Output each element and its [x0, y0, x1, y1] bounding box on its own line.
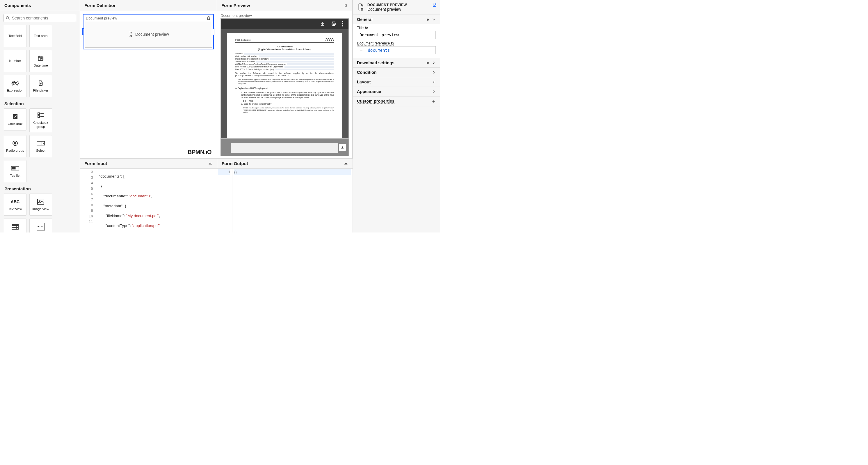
component-checkbox-group[interactable]: Checkbox group: [29, 108, 52, 132]
component-checkbox[interactable]: Checkbox: [4, 108, 27, 131]
select-icon: [37, 141, 45, 146]
collapse-down-icon[interactable]: [208, 161, 213, 166]
fx-icon[interactable]: fx: [365, 26, 368, 30]
svg-rect-10: [38, 113, 39, 114]
component-expression[interactable]: {fx} Expression: [4, 75, 27, 97]
trash-icon[interactable]: [206, 16, 211, 20]
svg-point-21: [39, 200, 40, 201]
equals-prefix: =: [357, 46, 365, 54]
section-appearance[interactable]: Appearance: [353, 87, 440, 96]
document-preview-icon: [128, 31, 133, 37]
form-preview-panel: Form Preview Document preview FOSS Decla…: [217, 0, 352, 158]
svg-point-47: [342, 25, 343, 27]
form-input-title: Form Input: [84, 161, 107, 166]
pdf-viewer: FOSS Declaration FOSS Declaration (Suppl…: [220, 18, 349, 139]
svg-rect-44: [333, 25, 335, 26]
checkbox-group-icon: [37, 112, 44, 119]
image-icon: [37, 199, 44, 205]
output-editor[interactable]: 1 {}: [217, 169, 352, 232]
properties-name: Document preview: [367, 7, 407, 12]
form-preview-title: Form Preview: [221, 3, 250, 8]
docref-input[interactable]: [365, 46, 436, 54]
search-icon: [5, 16, 10, 20]
plus-icon[interactable]: [432, 99, 436, 103]
form-definition-panel: Form Definition Document preview Documen…: [80, 0, 217, 158]
search-input[interactable]: [3, 14, 76, 22]
resize-handle-left[interactable]: [82, 28, 84, 35]
category-presentation: Presentation: [0, 184, 80, 192]
svg-point-52: [362, 9, 362, 10]
component-html-view[interactable]: HTML HTML view: [29, 219, 52, 232]
title-label: Title fx: [357, 26, 368, 30]
collapse-down-icon[interactable]: [344, 161, 348, 166]
checkbox-icon: [12, 114, 18, 119]
pdf-thumbnail: [220, 139, 349, 156]
calendar-icon: [37, 55, 44, 61]
svg-point-0: [6, 16, 9, 19]
component-date-time[interactable]: Date time: [29, 50, 52, 72]
svg-rect-12: [38, 116, 39, 118]
component-text-view[interactable]: ABC Text view: [4, 194, 27, 215]
field-placeholder: Document preview: [135, 32, 169, 37]
radio-icon: [12, 140, 18, 146]
component-file-picker[interactable]: File picker: [29, 75, 52, 97]
open-external-icon[interactable]: [432, 3, 437, 7]
preview-field-label: Document preview: [220, 13, 349, 18]
component-select[interactable]: Select: [29, 135, 52, 157]
chevron-right-icon: [432, 61, 436, 65]
section-custom[interactable]: Custom properties: [353, 96, 440, 106]
svg-point-45: [342, 21, 343, 22]
component-tag-list[interactable]: Tag list: [4, 160, 27, 182]
resize-handle-right[interactable]: [213, 28, 214, 35]
field-label: Document preview: [86, 16, 117, 20]
input-editor[interactable]: 2⌄ 3⌄ 4 5⌄ 6 7 8 9 10⌄ 11 "documents": […: [80, 169, 217, 232]
section-condition[interactable]: Condition: [353, 67, 440, 77]
selected-field[interactable]: Document preview Document preview: [83, 14, 214, 49]
docref-label: Document reference fx: [357, 41, 394, 46]
category-selection: Selection: [0, 98, 80, 107]
chevron-right-icon: [432, 70, 436, 74]
properties-type: DOCUMENT PREVIEW: [367, 3, 407, 7]
section-layout[interactable]: Layout: [353, 77, 440, 87]
component-text-area[interactable]: Text area: [29, 25, 52, 47]
svg-point-46: [342, 23, 343, 25]
table-icon: [12, 224, 19, 230]
chevron-down-icon: [432, 18, 436, 22]
svg-point-41: [131, 36, 131, 36]
abc-icon: ABC: [11, 198, 19, 205]
svg-rect-27: [12, 224, 18, 226]
section-general[interactable]: General: [353, 14, 440, 24]
component-image-view[interactable]: Image view: [29, 194, 52, 215]
section-download[interactable]: Download settings: [353, 58, 440, 67]
svg-point-15: [14, 142, 16, 144]
collapse-right-icon[interactable]: [343, 3, 348, 8]
chevron-right-icon: [432, 80, 436, 84]
component-radio-group[interactable]: Radio group: [4, 135, 27, 157]
document-preview-icon: [357, 3, 365, 12]
form-output-panel: Form Output 1 {}: [217, 159, 352, 232]
watermark: BPMN.iO: [188, 149, 212, 156]
fx-icon[interactable]: fx: [391, 41, 394, 45]
print-icon[interactable]: [331, 21, 336, 27]
more-icon[interactable]: [342, 21, 343, 27]
download-icon[interactable]: [320, 21, 325, 27]
form-input-panel: Form Input 2⌄ 3⌄ 4 5⌄ 6 7 8 9 10⌄ 11 "do…: [80, 159, 217, 232]
svg-line-1: [8, 19, 9, 20]
components-panel: Components Text field Text area Number D…: [0, 0, 80, 232]
svg-rect-20: [37, 199, 44, 204]
pdf-page: FOSS Declaration FOSS Declaration (Suppl…: [227, 33, 342, 138]
form-definition-title: Form Definition: [84, 3, 117, 8]
component-number[interactable]: Number: [4, 50, 27, 72]
properties-panel: DOCUMENT PREVIEW Document preview Genera…: [352, 0, 440, 232]
title-input[interactable]: [357, 31, 436, 39]
component-text-field[interactable]: Text field: [4, 25, 27, 47]
download-button[interactable]: [339, 143, 346, 151]
html-icon: HTML: [37, 223, 45, 230]
audi-logo-icon: [326, 38, 334, 41]
component-table[interactable]: Table: [4, 219, 27, 232]
chevron-right-icon: [432, 90, 436, 94]
expression-icon: {fx}: [11, 79, 19, 87]
components-title: Components: [0, 0, 80, 11]
taglist-icon: [11, 166, 19, 171]
svg-rect-19: [12, 167, 16, 169]
